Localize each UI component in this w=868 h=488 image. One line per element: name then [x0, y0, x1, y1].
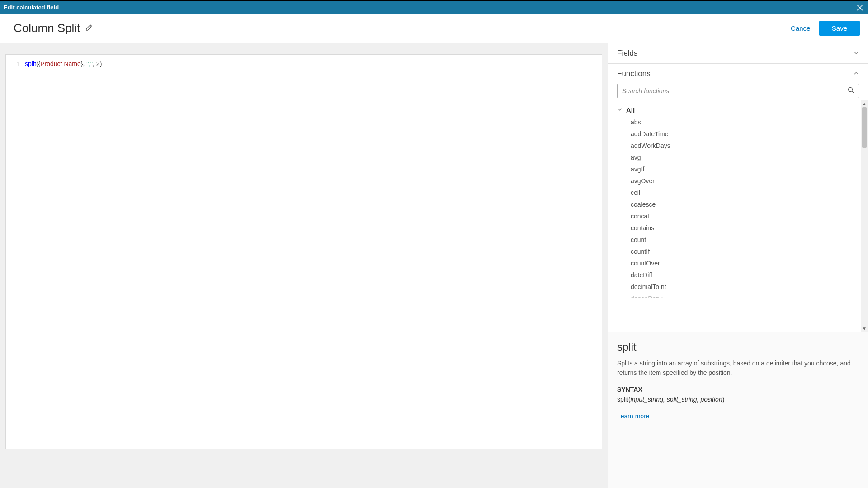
chevron-up-icon [854, 69, 859, 78]
fields-label: Fields [617, 49, 637, 58]
functions-section-header[interactable]: Functions [608, 64, 868, 84]
function-item[interactable]: addDateTime [617, 128, 859, 140]
function-item[interactable]: countIf [617, 246, 859, 257]
token-function: split [25, 60, 36, 67]
function-item[interactable]: avg [617, 152, 859, 163]
token-field: Product Name [40, 60, 80, 67]
doc-title: split [617, 341, 859, 353]
header-bar: Column Split Cancel Save [0, 14, 868, 43]
function-item[interactable]: ceil [617, 187, 859, 199]
search-wrap [608, 84, 868, 100]
edit-name-icon[interactable] [85, 24, 93, 33]
search-input[interactable] [622, 87, 848, 95]
scrollbar-thumb[interactable] [862, 107, 867, 148]
doc-description: Splits a string into an array of substri… [617, 359, 859, 378]
editor-pane: 1 split({Product Name}, ",", 2) [0, 43, 608, 488]
doc-syntax-label: SYNTAX [617, 386, 859, 393]
function-item[interactable]: denseRank [617, 293, 859, 298]
fields-section-header[interactable]: Fields [608, 43, 868, 64]
syntax-params: input_string, split_string, position [631, 396, 722, 403]
function-group-all[interactable]: All [617, 104, 859, 116]
function-item[interactable]: decimalToInt [617, 281, 859, 293]
function-item[interactable]: count [617, 234, 859, 246]
token-number: 2 [96, 60, 100, 67]
svg-point-0 [849, 88, 853, 92]
side-panel: Fields Functions [608, 43, 868, 488]
function-item[interactable]: avgOver [617, 175, 859, 187]
scrollbar-up-icon[interactable]: ▲ [861, 100, 868, 107]
function-item[interactable]: addWorkDays [617, 140, 859, 152]
function-item[interactable]: concat [617, 210, 859, 222]
scrollbar-down-icon[interactable]: ▼ [861, 325, 868, 332]
learn-more-link[interactable]: Learn more [617, 412, 859, 420]
function-item[interactable]: dateDiff [617, 269, 859, 281]
header-right: Cancel Save [791, 21, 860, 36]
token-comma: , [93, 60, 96, 67]
title-bar-text: Edit calculated field [4, 4, 59, 11]
chevron-down-icon [854, 49, 859, 58]
function-item[interactable]: countOver [617, 257, 859, 269]
code-content[interactable]: split({Product Name}, ",", 2) [25, 60, 102, 67]
main-area: 1 split({Product Name}, ",", 2) Fields F… [0, 43, 868, 488]
search-icon[interactable] [848, 87, 854, 95]
save-button[interactable]: Save [819, 21, 860, 36]
doc-syntax: split(input_string, split_string, positi… [617, 396, 859, 403]
function-list[interactable]: All abs addDateTime addWorkDays avg avgI… [608, 100, 868, 325]
field-name-display: Column Split [14, 21, 80, 35]
chevron-down-icon [617, 106, 623, 114]
token-paren: ) [100, 60, 102, 67]
syntax-close: ) [722, 396, 725, 403]
documentation-panel: split Splits a string into an array of s… [608, 332, 868, 488]
title-bar: Edit calculated field [0, 1, 868, 14]
function-item[interactable]: coalesce [617, 199, 859, 210]
cancel-button[interactable]: Cancel [791, 24, 812, 32]
line-number: 1 [11, 60, 20, 67]
scrollbar-track[interactable]: ▲ ▼ [861, 100, 868, 332]
function-group-label: All [626, 106, 635, 114]
close-icon[interactable] [855, 3, 864, 12]
syntax-fn: split( [617, 396, 631, 403]
function-item[interactable]: avgIf [617, 163, 859, 175]
code-editor[interactable]: 1 split({Product Name}, ",", 2) [5, 54, 602, 449]
search-box[interactable] [617, 84, 859, 98]
function-item[interactable]: contains [617, 222, 859, 234]
editor-line: 1 split({Product Name}, ",", 2) [6, 60, 602, 67]
functions-label: Functions [617, 69, 651, 78]
header-left: Column Split [14, 21, 93, 35]
function-list-container: All abs addDateTime addWorkDays avg avgI… [608, 100, 868, 332]
function-item[interactable]: abs [617, 116, 859, 128]
